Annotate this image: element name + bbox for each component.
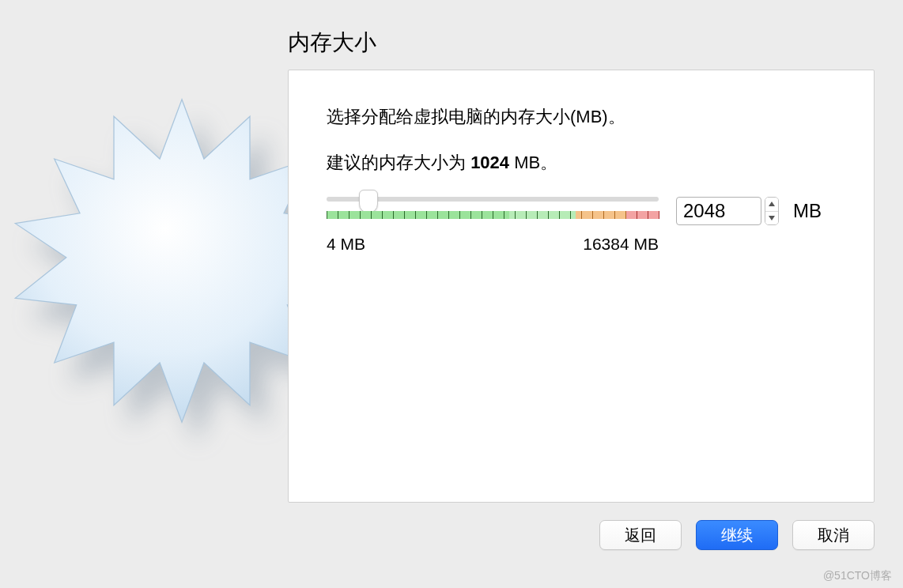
- memory-stepper: [765, 197, 779, 225]
- memory-slider[interactable]: 4 MB 16384 MB: [327, 197, 659, 254]
- chevron-up-icon: [769, 202, 775, 206]
- recommend-suffix: MB。: [509, 153, 557, 172]
- memory-unit-label: MB: [793, 200, 822, 222]
- recommendation-text: 建议的内存大小为 1024 MB。: [327, 151, 836, 175]
- continue-button[interactable]: 继续: [696, 520, 778, 550]
- slider-track[interactable]: [327, 197, 659, 202]
- slider-thumb[interactable]: [359, 190, 378, 213]
- zone-danger: [625, 211, 659, 219]
- chevron-down-icon: [769, 216, 775, 220]
- zone-safe: [327, 211, 509, 219]
- slider-labels: 4 MB 16384 MB: [327, 235, 659, 254]
- cancel-button[interactable]: 取消: [792, 520, 875, 550]
- wizard-buttons: 返回 继续 取消: [599, 520, 875, 550]
- recommend-prefix: 建议的内存大小为: [327, 153, 470, 172]
- memory-input[interactable]: [676, 197, 761, 225]
- description-text: 选择分配给虚拟电脑的内存大小(MB)。: [327, 105, 836, 129]
- back-button[interactable]: 返回: [599, 520, 682, 550]
- memory-settings-panel: 选择分配给虚拟电脑的内存大小(MB)。 建议的内存大小为 1024 MB。 4 …: [288, 70, 875, 503]
- recommend-value: 1024: [470, 153, 509, 172]
- stepper-up-button[interactable]: [765, 198, 778, 212]
- slider-min-label: 4 MB: [327, 235, 365, 254]
- slider-max-label: 16384 MB: [583, 235, 659, 254]
- slider-color-bar: [327, 211, 659, 219]
- memory-spinner-group: MB: [676, 197, 822, 225]
- memory-slider-row: 4 MB 16384 MB MB: [327, 197, 836, 254]
- page-title: 内存大小: [288, 28, 376, 58]
- watermark-text: @51CTO博客: [823, 569, 892, 583]
- stepper-down-button[interactable]: [765, 212, 778, 225]
- zone-warning: [576, 211, 625, 219]
- zone-ok: [509, 211, 576, 219]
